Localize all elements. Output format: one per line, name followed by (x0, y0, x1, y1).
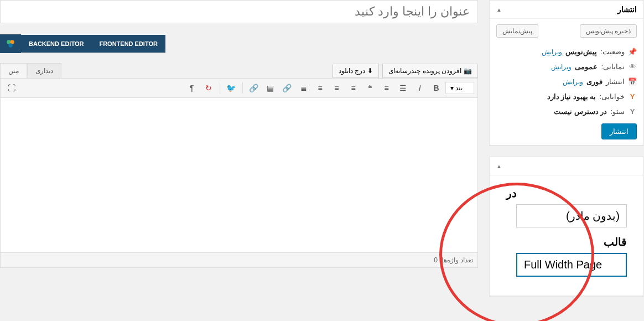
title-input[interactable] (0, 0, 478, 23)
content-editor[interactable] (0, 98, 478, 253)
italic-button[interactable]: I (412, 81, 428, 95)
readability-label: خوانایی: (599, 92, 625, 101)
publish-date-value: فوری (586, 77, 603, 86)
visibility-edit-link[interactable]: ویرایش (551, 63, 572, 71)
align-left-button[interactable]: ≡ (313, 81, 328, 95)
preview-button[interactable]: پیش‌نمایش (496, 24, 538, 38)
seo-value: در دسترس نیست (554, 107, 607, 116)
readability-value: به بهبود نیاز دارد (547, 92, 596, 101)
format-select[interactable]: بند ▾ (445, 82, 474, 94)
template-select[interactable]: Full Width Page (516, 253, 627, 277)
parent-select[interactable]: (بدون مادر) (516, 204, 627, 227)
publish-date-edit-link[interactable]: ویرایش (563, 78, 583, 86)
unlink-button[interactable]: 🔗 (246, 81, 262, 95)
publish-date-label: انتشار (606, 77, 625, 86)
eye-icon: 👁 (628, 63, 637, 71)
visibility-label: نمایانی: (601, 63, 625, 71)
status-value: پیش‌نویس (565, 48, 597, 56)
insert-download-button[interactable]: ⬇ درج دانلود (333, 64, 379, 78)
template-label: قالب (506, 235, 627, 248)
bullet-list-button[interactable]: ☰ (396, 81, 411, 95)
tab-text[interactable]: متن (0, 63, 27, 78)
align-justify-button[interactable]: ≣ (296, 81, 311, 95)
visual-composer-icon (0, 34, 21, 53)
readmore-button[interactable]: ▤ (263, 81, 278, 95)
publish-button[interactable]: انتشار (601, 123, 637, 139)
yoast-readability-icon: Y (628, 92, 637, 101)
panel-toggle-icon[interactable]: ▲ (496, 7, 502, 13)
parent-truncated-label: در (506, 187, 627, 200)
save-draft-button[interactable]: ذخیره پیش‌نویس (580, 24, 637, 38)
blockquote-button[interactable]: ❝ (362, 81, 378, 95)
paragraph-button[interactable]: ¶ (184, 81, 200, 95)
seo-label: سئو: (610, 107, 625, 116)
numbered-list-button[interactable]: ≡ (379, 81, 394, 95)
yoast-seo-icon: Y (628, 107, 637, 116)
page-attributes-panel: ▲ در (بدون مادر) قالب Full Width Page (489, 157, 644, 296)
tab-visual[interactable]: دیداری (27, 63, 61, 78)
frontend-editor-button[interactable]: FRONTEND EDITOR (91, 35, 165, 53)
camera-music-icon: 📷 (464, 67, 472, 75)
align-center-button[interactable]: ≡ (329, 81, 345, 95)
pin-icon: 📌 (628, 48, 637, 56)
add-media-button[interactable]: 📷 افزودن پرونده چندرسانه‌ای (382, 64, 478, 78)
editor-mode-switch: FRONTEND EDITOR BACKEND EDITOR (0, 34, 478, 53)
publish-panel: انتشار ▲ ذخیره پیش‌نویس پیش‌نمایش 📌 وضعی… (489, 0, 644, 146)
status-edit-link[interactable]: ویرایش (542, 48, 562, 56)
attributes-panel-title (635, 162, 637, 170)
link-button[interactable]: 🔗 (279, 81, 295, 95)
visibility-value: عمومی (575, 63, 598, 71)
publish-panel-title: انتشار (617, 5, 637, 14)
bold-button[interactable]: B (429, 81, 444, 95)
editor-toolbar: بند ▾ B I ☰ ≡ ❝ ≡ ≡ ≡ ≣ 🔗 ▤ 🔗 🐦 ↻ ¶ ⛶ (0, 78, 478, 98)
calendar-icon: 📅 (628, 77, 637, 86)
svg-point-2 (8, 43, 13, 48)
status-label: وضعیت: (600, 48, 625, 56)
word-count-bar: تعداد واژه‌ها: 0 (0, 253, 478, 268)
backend-editor-button[interactable]: BACKEND EDITOR (21, 35, 91, 53)
twitter-button[interactable]: 🐦 (224, 81, 239, 95)
download-icon: ⬇ (367, 67, 373, 75)
panel-toggle-icon[interactable]: ▲ (496, 163, 502, 169)
refresh-button[interactable]: ↻ (201, 81, 216, 95)
align-right-button[interactable]: ≡ (346, 81, 361, 95)
fullscreen-button[interactable]: ⛶ (4, 81, 19, 95)
